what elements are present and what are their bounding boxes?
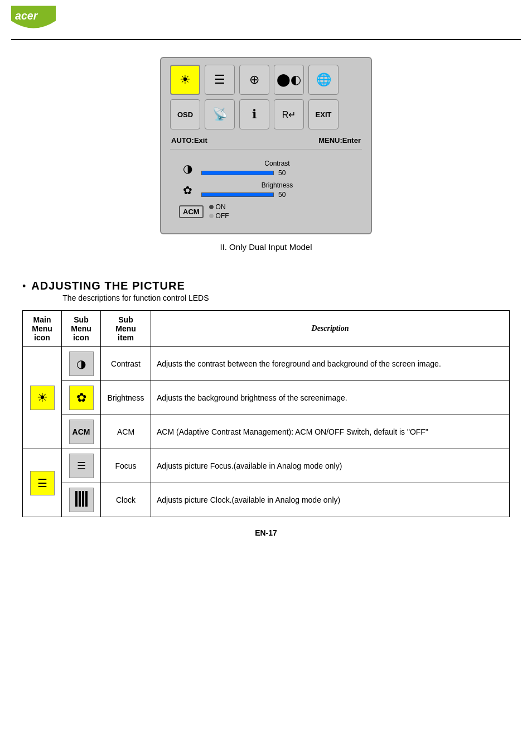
acm-off-radio: [209, 214, 214, 218]
brightness-icon-osd: ✿: [179, 184, 196, 197]
acm-on-radio: [209, 205, 214, 209]
main-menu-icon: ☰: [30, 471, 55, 495]
acm-on-option: ON: [209, 203, 229, 211]
osd-caption: II. Only Dual Input Model: [220, 242, 312, 252]
acm-off-option: OFF: [209, 212, 229, 220]
bullet-icon: •: [22, 281, 26, 292]
section-subtitle: The descriptions for function control LE…: [62, 293, 209, 302]
svg-text:acer: acer: [15, 9, 38, 22]
table-row: ACM ACM ACM (Adaptive Contrast Managemen…: [23, 415, 510, 449]
acm-row: ACM ON OFF: [179, 203, 353, 220]
sub-icon-brightness-cell: ✿: [62, 381, 101, 415]
sub-acm-icon: ACM: [69, 420, 94, 444]
osd-icon-globe: 🌐: [308, 65, 338, 95]
desc-contrast: Adjusts the contrast between the foregro…: [151, 347, 510, 381]
osd-icon-menu: ☰: [205, 65, 235, 95]
osd-icon-brightness: ☀: [170, 65, 200, 95]
main-brightness-icon: ☀: [30, 386, 55, 410]
page-number: EN-17: [255, 528, 277, 537]
adjusting-table: MainMenuicon SubMenuicon SubMenuitem Des…: [22, 310, 510, 517]
table-row: ✿ Brightness Adjusts the background brig…: [23, 381, 510, 415]
osd-icon-exit: EXIT: [308, 99, 338, 129]
osd-icon-reset: R↵: [274, 99, 304, 129]
desc-clock: Adjusts picture Clock.(available in Anal…: [151, 483, 510, 517]
main-icon-brightness-cell: ☀: [23, 347, 62, 449]
acer-logo: acer: [11, 6, 56, 33]
main-icon-menu-cell: ☰: [23, 449, 62, 517]
desc-focus: Adjusts picture Focus.(available in Anal…: [151, 449, 510, 483]
acm-on-label: ON: [216, 203, 226, 211]
osd-top-row: ☀ ☰ ⊕ ⬤◐ 🌐: [170, 65, 362, 95]
brightness-control: Brightness 50: [201, 181, 353, 199]
sub-contrast-icon: ◑: [69, 351, 94, 376]
auto-label: AUTO:Exit: [171, 136, 207, 145]
osd-labels: AUTO:Exit MENU:Enter: [170, 134, 362, 147]
page-footer: EN-17: [0, 528, 532, 543]
table-row: ☰ ☰ Focus Adjusts picture Focus.(availab…: [23, 449, 510, 483]
contrast-bar: [201, 171, 274, 175]
header-divider: [11, 39, 521, 40]
header-sub-menu-icon: SubMenuicon: [62, 311, 101, 347]
contrast-control: Contrast 50: [201, 160, 353, 177]
header: acer: [0, 0, 532, 33]
table-row: Clock Adjusts picture Clock.(available i…: [23, 483, 510, 517]
brightness-row: ✿ Brightness 50: [179, 181, 353, 199]
sub-item-brightness: Brightness: [101, 381, 151, 415]
osd-box: ☀ ☰ ⊕ ⬤◐ 🌐 OSD 📡 ℹ R↵ EXIT AUTO:Exit MEN…: [160, 57, 372, 234]
contrast-row: ◑ Contrast 50: [179, 160, 353, 177]
osd-icon-position: ⊕: [239, 65, 269, 95]
contrast-label: Contrast: [201, 160, 353, 167]
contrast-value: 50: [278, 169, 286, 177]
table-row: ☀ ◑ Contrast Adjusts the contrast betwee…: [23, 347, 510, 381]
section-heading: • ADJUSTING THE PICTURE The descriptions…: [22, 280, 510, 302]
osd-icon-signal: 📡: [205, 99, 235, 129]
menu-label: MENU:Enter: [318, 136, 361, 145]
desc-brightness: Adjusts the background brightness of the…: [151, 381, 510, 415]
osd-controls: ◑ Contrast 50 ✿ Brightness 50: [170, 155, 362, 224]
brightness-label: Brightness: [201, 181, 353, 189]
sub-icon-contrast-cell: ◑: [62, 347, 101, 381]
contrast-bar-container: 50: [201, 169, 353, 177]
sub-clock-icon: [69, 488, 94, 512]
header-sub-menu-item: SubMenuitem: [101, 311, 151, 347]
brightness-bar-container: 50: [201, 191, 353, 199]
sub-item-acm: ACM: [101, 415, 151, 449]
osd-icon-info: ℹ: [239, 99, 269, 129]
acm-box: ACM: [179, 205, 204, 218]
osd-diagram: ☀ ☰ ⊕ ⬤◐ 🌐 OSD 📡 ℹ R↵ EXIT AUTO:Exit MEN…: [149, 57, 383, 252]
section-title: ADJUSTING THE PICTURE: [31, 280, 209, 292]
osd-bottom-row: OSD 📡 ℹ R↵ EXIT: [170, 99, 362, 129]
sub-focus-icon: ☰: [69, 454, 94, 478]
sub-icon-focus-cell: ☰: [62, 449, 101, 483]
osd-icon-color: ⬤◐: [274, 65, 304, 95]
osd-icon-osd: OSD: [170, 99, 200, 129]
desc-acm: ACM (Adaptive Contrast Management): ACM …: [151, 415, 510, 449]
table-header-row: MainMenuicon SubMenuicon SubMenuitem Des…: [23, 311, 510, 347]
sub-icon-acm-cell: ACM: [62, 415, 101, 449]
contrast-icon: ◑: [179, 162, 196, 175]
sub-item-focus: Focus: [101, 449, 151, 483]
sub-brightness-icon: ✿: [69, 386, 94, 410]
header-description: Description: [151, 311, 510, 347]
acm-off-label: OFF: [216, 212, 229, 220]
brightness-bar: [201, 192, 274, 197]
acm-options: ON OFF: [209, 203, 229, 220]
osd-divider: [170, 149, 362, 150]
sub-icon-clock-cell: [62, 483, 101, 517]
sub-item-contrast: Contrast: [101, 347, 151, 381]
sub-item-clock: Clock: [101, 483, 151, 517]
header-main-menu: MainMenuicon: [23, 311, 62, 347]
brightness-value: 50: [278, 191, 286, 199]
